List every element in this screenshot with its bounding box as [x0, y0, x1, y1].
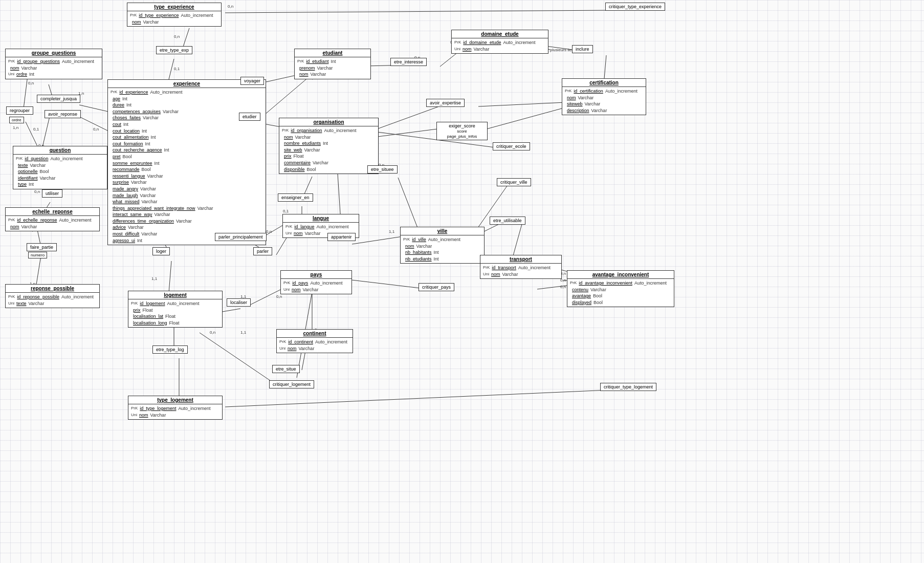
entity-reponse-possible[interactable]: reponse_possible PrKid_reponse_possibleA… [5, 284, 100, 308]
svg-line-42 [481, 107, 565, 131]
entity-groupe-questions[interactable]: groupe_questions PrKid_groupe_questionsA… [5, 49, 102, 79]
entity-body-reponse-possible: PrKid_reponse_possibleAuto_increment Uni… [6, 293, 99, 308]
relation-inclure: inclure [572, 45, 593, 53]
entity-etudiant[interactable]: etudiant PrKid_etudiantInt prenomVarchar… [294, 49, 371, 79]
relation-critiquer-type-experience: critiquer_type_experience [605, 3, 665, 11]
svg-line-49 [200, 333, 279, 386]
entity-body-transport: PrKid_transportAuto_increment UninomVarc… [480, 264, 561, 278]
entity-body-echelle-reponse: PrKid_echelle_reponseAuto_increment nomV… [6, 216, 99, 231]
entity-title-question: question [13, 146, 107, 155]
relation-etre-situee: etre_situee [367, 165, 398, 174]
entity-title-continent: continent [277, 330, 353, 338]
svg-line-34 [398, 178, 420, 233]
entity-title-pays: pays [281, 271, 351, 279]
entity-body-avantage-inconvenient: PrKid_avantage_inconvenientAuto_incremen… [567, 279, 674, 307]
entity-question[interactable]: question PrKid_questionAuto_increment te… [13, 146, 107, 189]
erd-canvas: 0,n 0,n 0,1 0,n 1,1 0,1 0,n 1,n 0,n 0,1 … [0, 0, 924, 563]
entity-echelle-reponse[interactable]: echelle_reponse PrKid_echelle_reponseAut… [5, 207, 100, 231]
entity-ville[interactable]: ville PrKid_villeAuto_increment nomVarch… [400, 227, 485, 264]
card-type-exp-1: 0,n [228, 4, 233, 9]
svg-line-17 [169, 261, 171, 293]
relation-parler-principalement: parler_principalement [215, 233, 267, 241]
svg-line-47 [225, 10, 614, 13]
relation-etudier: etudier [239, 113, 260, 121]
card-appart-3: 1,1 [389, 229, 394, 234]
entity-title-type-experience: type_experience [127, 3, 221, 11]
entity-avantage-inconvenient[interactable]: avantage_inconvenient PrKid_avantage_inc… [567, 270, 674, 307]
entity-body-ville: PrKid_villeAuto_increment nomVarchar nb_… [401, 235, 484, 263]
relation-completer-jusqua: completer_jusqua [37, 95, 80, 103]
entity-domaine-etude[interactable]: domaine_etude PrKid_domaine_etudeAuto_in… [451, 30, 548, 54]
entity-title-etudiant: etudiant [295, 49, 370, 57]
entity-body-pays: PrKid_paysAuto_increment UninomVarchar [281, 279, 351, 294]
relation-avoir-expertise: avoir_expertise [426, 99, 465, 107]
card-local-2: 0,n [276, 294, 282, 299]
relation-avoir-reponse: avoir_reponse [45, 110, 81, 118]
entity-title-certification: certification [562, 79, 646, 87]
entity-body-question: PrKid_questionAuto_increment texteVarcha… [13, 155, 107, 189]
relation-parler: parler [253, 247, 272, 255]
svg-line-48 [343, 279, 429, 289]
entity-logement[interactable]: logement PrKid_logementAuto_increment pr… [128, 291, 223, 328]
card-avantage-3: 0,n [560, 285, 566, 289]
regrouper-ordre: ordre [9, 117, 24, 123]
entity-body-organisation: PrKid_organisationAuto_increment nomVarc… [279, 126, 378, 174]
relation-voyager: voyager [240, 77, 264, 85]
relation-enseigner-en: enseigner_en [278, 193, 313, 202]
entity-body-experience: PrKid_experienceAuto_increment ageInt du… [108, 88, 266, 245]
relation-critiquer-logement: critiquer_logement [269, 380, 314, 388]
entity-type-experience[interactable]: type_experience PrKid_type_experienceAut… [127, 3, 222, 27]
card-reg-1: 1,n [13, 125, 18, 130]
card-complet-2: 0,n [28, 81, 34, 85]
relation-utiliser: utiliser [42, 189, 62, 198]
relation-etre-type-log: etre_type_log [152, 345, 188, 354]
entity-body-type-experience: PrKid_type_experienceAuto_increment nomV… [127, 11, 221, 26]
entity-pays[interactable]: pays PrKid_paysAuto_increment UninomVarc… [280, 270, 352, 294]
entity-certification[interactable]: certification PrKid_certificationAuto_in… [562, 78, 646, 115]
relation-etre-interesse: etre_interesse [390, 58, 427, 66]
entity-body-certification: PrKid_certificationAuto_increment nomVar… [562, 87, 646, 115]
relation-exiger-score: exiger_scorescorepage_plus_infos [436, 122, 488, 140]
entity-title-langue: langue [283, 214, 359, 223]
entity-type-logement[interactable]: type_logement PrKid_type_logementAuto_in… [128, 396, 223, 420]
entity-body-continent: PrKid_continentAuto_increment UninomVarc… [277, 338, 353, 353]
entity-body-type-logement: PrKid_type_logementAuto_increment Uninom… [128, 404, 222, 419]
entity-body-logement: PrKid_logementAuto_increment prixFloat l… [128, 299, 222, 327]
entity-title-domaine-etude: domaine_etude [452, 30, 548, 38]
entity-body-groupe-questions: PrKid_groupe_questionsAuto_increment nom… [6, 57, 102, 79]
entity-title-type-logement: type_logement [128, 396, 222, 404]
svg-line-50 [225, 390, 609, 407]
entity-transport[interactable]: transport PrKid_transportAuto_increment … [480, 255, 562, 279]
entity-title-logement: logement [128, 291, 222, 299]
card-local-3: 0,n [210, 330, 215, 335]
entity-title-organisation: organisation [279, 118, 378, 126]
entity-title-avantage-inconvenient: avantage_inconvenient [567, 271, 674, 279]
entity-body-etudiant: PrKid_etudiantInt prenomVarchar nomVarch… [295, 57, 370, 79]
card-avoir-2: 0,n [93, 127, 99, 132]
entity-title-reponse-possible: reponse_possible [6, 285, 99, 293]
faire-partie-numero: numero [28, 252, 47, 258]
card-loger-2: 1,1 [151, 276, 157, 281]
svg-line-40 [478, 102, 565, 106]
entity-experience[interactable]: experience PrKid_experienceAuto_incremen… [107, 79, 266, 245]
relation-critiquer-type-logement: critiquer_type_logement [600, 383, 656, 391]
entity-title-ville: ville [401, 227, 484, 235]
entity-organisation[interactable]: organisation PrKid_organisationAuto_incr… [279, 118, 379, 174]
card-etre-type-2: 0,1 [174, 67, 180, 71]
svg-line-15 [36, 256, 41, 288]
relation-critiquer-pays: critiquer_pays [419, 283, 454, 291]
entity-continent[interactable]: continent PrKid_continentAuto_increment … [276, 329, 353, 353]
card-util-2: 0,n [34, 189, 40, 194]
relation-faire-partie: faire_partie [27, 243, 57, 251]
entity-title-echelle-reponse: echelle_reponse [6, 208, 99, 216]
relation-regrouper: regrouper [6, 106, 33, 115]
relation-etre-type-exp: etre_type_exp [156, 46, 192, 54]
entity-body-domaine-etude: PrKid_domaine_etudeAuto_increment Uninom… [452, 38, 548, 53]
entity-title-transport: transport [480, 255, 561, 264]
svg-line-1 [169, 59, 174, 79]
relation-critiquer-ville: critiquer_ville [497, 178, 531, 186]
entity-title-groupe-questions: groupe_questions [6, 49, 102, 57]
card-local-4: 1,1 [240, 330, 246, 335]
card-etre-type-1: 0,n [174, 34, 180, 39]
card-parler-1: 0,n [266, 229, 272, 234]
